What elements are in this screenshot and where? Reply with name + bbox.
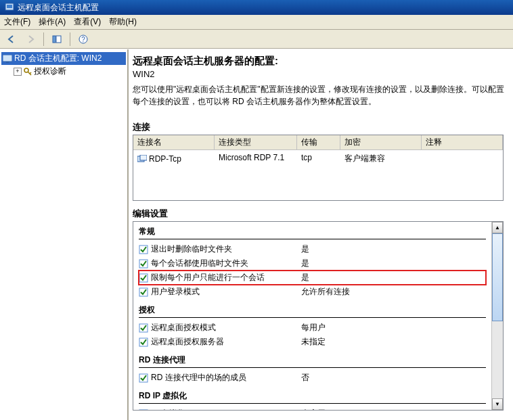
settings-body: 常规 退出时删除临时文件夹 是 每个会话都使用临时文件夹 是 — [133, 222, 491, 410]
setting-value: 允许所有连接 — [301, 286, 486, 298]
toolbar-separator — [43, 32, 44, 46]
connection-note — [422, 151, 503, 166]
checkbox-icon — [139, 337, 148, 347]
scroll-up-button[interactable]: ▲ — [492, 222, 503, 233]
checkbox-icon — [139, 245, 148, 254]
show-hide-tree-button[interactable] — [49, 32, 64, 47]
setting-row-license-mode[interactable]: 远程桌面授权模式 每用户 — [139, 321, 486, 335]
setting-label: 远程桌面授权服务器 — [151, 336, 224, 348]
group-general: 常规 — [139, 225, 486, 239]
checkbox-icon — [139, 373, 148, 383]
toolbar-separator — [70, 32, 70, 46]
titlebar-text: 远程桌面会话主机配置 — [18, 2, 99, 14]
checkbox-icon — [139, 323, 148, 333]
menu-view[interactable]: 查看(V) — [74, 16, 101, 28]
setting-row-license-server[interactable]: 远程桌面授权服务器 未指定 — [139, 335, 486, 349]
tree-child-item[interactable]: + 授权诊断 — [12, 65, 126, 78]
expander-icon[interactable]: + — [14, 68, 22, 76]
menu-action[interactable]: 操作(A) — [39, 16, 66, 28]
setting-row-use-temp[interactable]: 每个会话都使用临时文件夹 是 — [139, 256, 486, 271]
svg-rect-6 — [3, 55, 12, 62]
setting-row-login-mode[interactable]: 用户登录模式 允许所有连接 — [139, 285, 486, 299]
setting-label: 退出时删除临时文件夹 — [151, 243, 232, 255]
setting-value: 否 — [301, 372, 486, 383]
toolbar: ? — [0, 30, 513, 49]
connection-icon — [137, 155, 147, 163]
tree-root-item[interactable]: RD 会话主机配置: WIN2 — [1, 52, 126, 65]
svg-text:?: ? — [81, 36, 85, 43]
setting-value: 是 — [301, 272, 486, 283]
checkbox-icon — [139, 273, 148, 283]
svg-rect-1 — [7, 5, 12, 8]
connections-table: 连接名 连接类型 传输 加密 注释 RDP-Tcp Microsoft RDP … — [133, 135, 504, 201]
page-title: 远程桌面会话主机服务器的配置: — [133, 55, 513, 68]
col-header-encryption[interactable]: 加密 — [340, 135, 422, 149]
setting-row-one-session[interactable]: 限制每个用户只能进行一个会话 是 — [139, 271, 486, 285]
scroll-down-button[interactable]: ▼ — [492, 398, 503, 410]
group-ip-virtualization: RD IP 虚拟化 — [139, 389, 486, 404]
setting-value: 未指定 — [301, 336, 486, 348]
setting-label: 限制每个用户只能进行一个会话 — [151, 272, 265, 283]
menu-file[interactable]: 文件(F) — [4, 16, 30, 28]
setting-label: 用户登录模式 — [151, 286, 200, 298]
setting-value: 每用户 — [301, 322, 486, 333]
vertical-scrollbar[interactable]: ▲ ▼ — [491, 222, 503, 410]
tree-root-label: RD 会话主机配置: WIN2 — [14, 53, 102, 64]
col-header-name[interactable]: 连接名 — [133, 135, 215, 149]
group-license: 授权 — [139, 303, 486, 318]
setting-label: IP 虚拟化 — [151, 408, 185, 410]
setting-label: RD 连接代理中的场的成员 — [151, 372, 246, 383]
setting-row-delete-temp[interactable]: 退出时删除临时文件夹 是 — [139, 242, 486, 256]
connection-name: RDP-Tcp — [149, 154, 181, 164]
col-header-note[interactable]: 注释 — [422, 135, 503, 149]
col-header-type[interactable]: 连接类型 — [215, 135, 297, 149]
setting-row-ip-virt[interactable]: IP 虚拟化 未启用 — [139, 406, 486, 410]
page-description: 您可以使用"远程桌面会话主机配置"配置新连接的设置，修改现有连接的设置，以及删除… — [133, 83, 513, 108]
group-broker: RD 连接代理 — [139, 353, 486, 368]
tree-child-label: 授权诊断 — [34, 66, 66, 77]
setting-value: 是 — [301, 258, 486, 269]
scroll-track[interactable] — [492, 233, 503, 398]
connections-heading: 连接 — [133, 121, 513, 133]
connections-header-row: 连接名 连接类型 传输 加密 注释 — [133, 135, 503, 150]
svg-rect-7 — [6, 62, 9, 63]
svg-rect-3 — [56, 36, 61, 43]
tree-panel: RD 会话主机配置: WIN2 + 授权诊断 — [0, 49, 129, 420]
edit-settings-heading: 编辑设置 — [133, 208, 513, 220]
col-header-transport[interactable]: 传输 — [297, 135, 340, 149]
checkbox-icon — [139, 409, 148, 411]
server-name: WIN2 — [133, 69, 513, 79]
menu-help[interactable]: 帮助(H) — [109, 16, 137, 28]
scroll-thumb[interactable] — [492, 233, 503, 321]
checkbox-icon — [139, 259, 148, 269]
svg-rect-2 — [53, 36, 55, 43]
forward-button[interactable] — [23, 32, 38, 47]
key-icon — [24, 68, 32, 76]
setting-label: 每个会话都使用临时文件夹 — [151, 258, 248, 269]
app-icon — [4, 2, 15, 13]
titlebar: 远程桌面会话主机配置 — [0, 0, 513, 15]
content-panel: 远程桌面会话主机服务器的配置: WIN2 您可以使用"远程桌面会话主机配置"配置… — [129, 49, 513, 420]
monitor-icon — [3, 55, 12, 63]
connection-transport: tcp — [297, 151, 340, 166]
help-button[interactable]: ? — [76, 32, 91, 47]
connection-type: Microsoft RDP 7.1 — [215, 151, 297, 166]
back-button[interactable] — [4, 32, 19, 47]
connection-encryption: 客户端兼容 — [340, 151, 422, 166]
menubar: 文件(F) 操作(A) 查看(V) 帮助(H) — [0, 15, 513, 30]
svg-rect-18 — [139, 410, 148, 411]
setting-value: 未启用 — [301, 408, 486, 410]
checkbox-icon — [139, 287, 148, 297]
setting-label: 远程桌面授权模式 — [151, 322, 216, 333]
connection-row[interactable]: RDP-Tcp Microsoft RDP 7.1 tcp 客户端兼容 — [133, 150, 503, 167]
setting-row-broker-member[interactable]: RD 连接代理中的场的成员 否 — [139, 371, 486, 385]
svg-rect-10 — [140, 155, 147, 160]
settings-panel: 常规 退出时删除临时文件夹 是 每个会话都使用临时文件夹 是 — [133, 221, 504, 411]
setting-value: 是 — [301, 243, 486, 255]
main-area: RD 会话主机配置: WIN2 + 授权诊断 远程桌面会话主机服务器的配置: W… — [0, 49, 513, 420]
